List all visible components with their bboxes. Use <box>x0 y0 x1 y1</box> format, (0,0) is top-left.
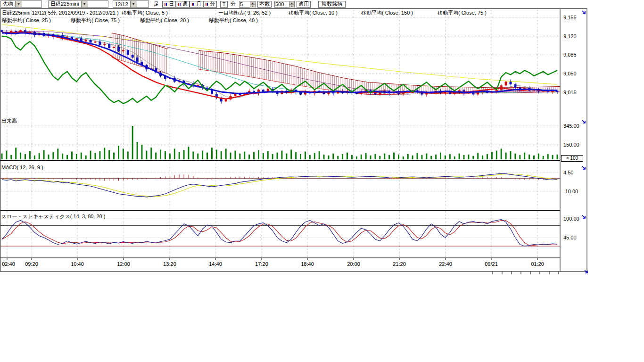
volume-multiplier-badge: × 100 <box>561 155 583 162</box>
price-tick-label: 9,155 <box>563 15 577 20</box>
arrow-down-right-icon <box>581 214 587 220</box>
spin-up-icon[interactable]: ▲ <box>250 1 255 5</box>
macd-tick-label: -10.00 <box>563 189 578 194</box>
candlestick-icon <box>191 2 195 6</box>
spinner-arrows[interactable]: ▲▼ <box>250 1 255 7</box>
time-tick-label: 18:40 <box>297 261 318 267</box>
legend-item-ma150: 移動平均( Close, 150 ) <box>361 9 413 16</box>
legend-item-ma75: 移動平均( Close, 75 ) <box>438 9 487 16</box>
candlestick-icon <box>164 2 168 6</box>
time-tick-label: 20:00 <box>343 261 364 267</box>
chevron-down-icon[interactable]: ▼ <box>15 1 22 7</box>
price-tick-label: 9,050 <box>563 71 577 76</box>
legend-item-ichimoku: 一目均衡表( 9, 26, 52 ) <box>218 9 271 16</box>
bar-count-button[interactable]: 本数 <box>257 1 272 8</box>
period-week-button[interactable]: 週 <box>176 1 190 8</box>
bar-count-stepper[interactable]: ▲▼ <box>274 1 295 8</box>
chart-canvas[interactable] <box>0 8 587 275</box>
legend-item-ma25: 移動平均( Close, 25 ) <box>2 17 51 24</box>
minute-unit-label: 分 <box>231 0 236 8</box>
time-scroll-button[interactable] <box>584 268 589 274</box>
contract-select[interactable]: 12/12 ▼ <box>113 0 149 8</box>
volume-tick-label: 345.00 <box>563 123 579 129</box>
period-minute-button[interactable]: 分 <box>203 1 217 8</box>
period-month-button[interactable]: 月 <box>190 1 203 8</box>
spinner-arrows[interactable]: ▲▼ <box>289 1 294 7</box>
time-tick-label: 13:20 <box>159 261 180 267</box>
tick-button[interactable]: T <box>220 1 228 8</box>
time-tick-label: 02:40 <box>0 261 19 267</box>
spin-down-icon[interactable]: ▼ <box>250 5 255 8</box>
chart-panel: 日経225mini 12/12( 5分, 2012/09/19 - 2012/0… <box>0 8 644 275</box>
volume-tick-label: 150.00 <box>563 142 579 148</box>
period-day-button[interactable]: 日 <box>162 1 176 8</box>
stoch-pane-label: スロー・ストキャスティクス( 14, 3, 80, 20 ) <box>1 213 105 220</box>
minute-value-stepper[interactable]: ▲▼ <box>239 1 256 8</box>
arrow-down-right-icon <box>581 119 587 125</box>
instrument-value: 日経225mini <box>49 0 81 8</box>
time-tick-label: 12:00 <box>113 261 134 267</box>
time-tick-label: 09:20 <box>21 261 42 267</box>
contract-value: 12/12 <box>113 1 130 7</box>
time-tick-label: 17:20 <box>251 261 272 267</box>
spin-up-icon[interactable]: ▲ <box>289 1 294 5</box>
price-tick-label: 9,085 <box>563 52 577 58</box>
time-tick-label: 09/21 <box>481 261 502 267</box>
time-tick-label: 01:20 <box>527 261 548 267</box>
price-tick-label: 9,120 <box>563 33 577 39</box>
arrow-down-right-icon <box>581 10 587 16</box>
candlestick-icon <box>205 2 209 6</box>
time-tick-label: 22:40 <box>435 261 456 267</box>
legend-item-ma5: 移動平均( Close, 5 ) <box>122 9 168 16</box>
instrument-select[interactable]: 日経225mini ▼ <box>48 0 108 8</box>
stoch-pane-scroll-button[interactable] <box>581 214 587 219</box>
volume-pane-label: 出来高 <box>1 117 17 124</box>
market-type-select[interactable]: 先物 ▼ <box>0 0 42 8</box>
time-tick-label: 14:40 <box>205 261 226 267</box>
legend-item-ma10: 移動平均( Close, 10 ) <box>289 9 338 16</box>
arrow-down-right-icon <box>584 269 589 275</box>
spin-down-icon[interactable]: ▼ <box>289 5 294 8</box>
chevron-down-icon[interactable]: ▼ <box>81 1 88 7</box>
price-pane-scroll-button[interactable] <box>581 9 587 15</box>
time-tick-label: 21:20 <box>389 261 410 267</box>
arrow-down-right-icon <box>581 165 587 171</box>
candlestick-icon <box>178 2 182 6</box>
toolbar: 先物 ▼ 日経225mini ▼ 12/12 ▼ 足 日 週 月 分 T 分 ▲… <box>0 0 644 8</box>
legend-item-title: 日経225mini 12/12( 5分, 2012/09/19 - 2012/0… <box>2 9 119 16</box>
time-tick-label: 10:40 <box>67 261 88 267</box>
minute-value-input[interactable] <box>239 1 250 7</box>
legend-item-ma40: 移動平均( Close, 40 ) <box>209 17 258 24</box>
multi-symbol-button[interactable]: 複数銘柄 <box>318 1 346 8</box>
price-tick-label: 9,015 <box>563 90 577 95</box>
legend-item-ma20: 移動平均( Close, 20 ) <box>140 17 189 24</box>
bar-count-input[interactable] <box>275 1 289 7</box>
apply-button[interactable]: 適用 <box>297 1 311 8</box>
market-type-value: 先物 <box>1 0 15 8</box>
macd-tick-label: 4.50 <box>563 170 573 175</box>
stoch-tick-label: 100.00 <box>563 216 579 222</box>
macd-pane-label: MACD( 12, 26, 9 ) <box>1 165 43 170</box>
chevron-down-icon[interactable]: ▼ <box>130 1 137 7</box>
bar-type-label: 足 <box>154 0 159 8</box>
macd-pane-scroll-button[interactable] <box>581 165 587 170</box>
legend-item-ma75b: 移動平均( Close, 75 ) <box>71 17 120 24</box>
volume-pane-scroll-button[interactable] <box>581 118 587 124</box>
stoch-tick-label: 45.00 <box>563 235 577 240</box>
